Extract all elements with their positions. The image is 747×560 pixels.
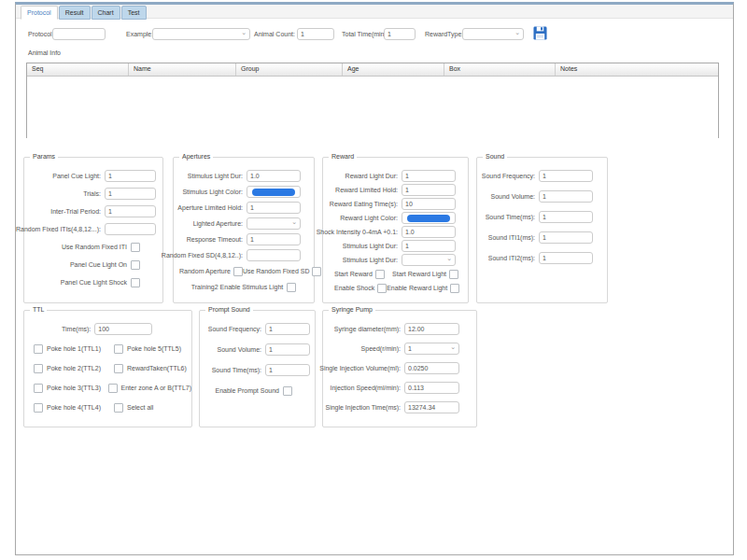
checkbox-pair: Random Aperture [179,267,243,276]
time-ms-input[interactable] [94,323,152,335]
form-row: Lighted Aperture:⌄ [174,217,314,230]
sound-time-ms-input[interactable] [539,211,593,223]
checkbox-cell: Poke hole 3(TTL3) [34,384,108,393]
poke-hole-3-ttl3-checkbox[interactable] [34,384,43,393]
stimulus-light-color-button[interactable] [247,186,301,198]
sound-iti2-ms-input[interactable] [539,252,593,264]
syringe-diameter-mm-input[interactable] [404,323,459,335]
reward-type-select[interactable]: ⌄ [462,28,524,40]
checkbox-cell: Poke hole 2(TTL2) [34,364,114,373]
stimulus-light-dur-input[interactable] [247,170,301,182]
shock-intensity-0-4ma-0-1-label: Shock Intensity 0-4mA +0.1: [317,229,398,235]
animal-info-table: SeqNameGroupAgeBoxNotes [26,63,719,138]
sound-iti1-ms-input[interactable] [539,231,593,244]
speed-r-min-select[interactable]: 1⌄ [404,343,459,355]
use-random-fixed-sd-checkbox[interactable] [312,267,321,276]
tab-result[interactable]: Result [59,6,91,20]
aperture-limited-hold-input[interactable] [247,202,301,214]
panel-cue-light-on-checkbox[interactable] [131,260,140,270]
form-row: Reward Limited Hold: [323,184,468,196]
animal-info-table-body[interactable] [27,77,718,138]
sound-volume-input[interactable] [265,343,310,356]
animal-info-table-header: SeqNameGroupAgeBoxNotes [27,63,718,77]
injection-speed-ml-min-input[interactable] [404,382,459,394]
animal-count-input[interactable] [297,28,334,40]
shock-intensity-0-4ma-0-1-input[interactable] [402,226,456,238]
form-row: Random Fixed ITIs(4,8,12...): [24,223,162,235]
panel-cue-light-shock-checkbox[interactable] [131,278,140,287]
random-fixed-itis-4-8-12-input[interactable] [105,223,156,235]
inter-trial-period-input[interactable] [105,205,156,217]
reward-group: RewardReward Light Dur:Reward Limited Ho… [322,157,469,303]
enable-shock-checkbox[interactable] [377,284,387,293]
form-row: Stimulus Light Dur: [323,240,468,252]
form-row: Enable Prompt Sound [200,385,315,397]
poke-hole-4-ttl4-checkbox[interactable] [34,403,43,413]
trials-label: Trials: [83,190,101,197]
enter-zone-a-or-b-ttl7-checkbox[interactable] [108,384,118,393]
random-fixed-sd-4-8-12-label: Random Fixed SD(4,8,12..): [162,252,243,259]
sound-volume-input[interactable] [539,190,593,203]
enable-reward-light-checkbox[interactable] [450,284,459,293]
random-fixed-sd-4-8-12-input[interactable] [247,249,301,261]
panel-cue-light-label: Panel Cue Light: [52,173,101,179]
reward-eating-time-s-input[interactable] [402,198,456,210]
random-aperture-checkbox[interactable] [233,267,243,276]
tab-test[interactable]: Test [121,6,147,20]
total-time-input[interactable] [384,28,416,40]
lighted-aperture-select[interactable]: ⌄ [247,217,301,230]
save-button[interactable] [532,26,547,41]
select-all-checkbox[interactable] [114,403,123,413]
single-injection-volume-ml-input[interactable] [404,362,459,374]
chevron-down-icon: ⌄ [446,255,452,261]
sound-time-ms-input[interactable] [265,364,310,376]
form-row: Time(ms): [24,323,191,335]
form-row: Inter-Trial Period: [24,205,162,217]
training2-enable-stimulus-light-checkbox[interactable] [287,283,296,292]
form-row: Sound Volume: [477,190,607,203]
panel-cue-light-input[interactable] [105,170,156,182]
sound-frequency-input[interactable] [265,323,310,335]
response-timeout-input[interactable] [247,233,301,245]
single-injection-time-ms-input[interactable] [404,401,459,413]
form-row: Stimulus Light Dur:⌄ [323,254,468,266]
form-row: Trials: [24,188,162,200]
stimulus-light-color-label: Stimulus Light Color: [182,189,243,195]
poke-hole-1-ttl1-checkbox[interactable] [34,344,43,354]
checkbox-cell: Enter zone A or B(TTL7) [108,384,191,393]
reward-light-dur-input[interactable] [402,170,456,182]
start-reward-checkbox[interactable] [375,270,385,279]
start-reward-light-checkbox[interactable] [449,270,458,279]
trials-input[interactable] [105,188,156,200]
sound-volume-label: Sound Volume: [218,346,261,353]
reward-light-color-button[interactable] [402,212,456,224]
stimulus-light-dur-select[interactable]: ⌄ [402,254,456,266]
poke-hole-2-ttl2-checkbox[interactable] [34,364,43,373]
start-reward-label: Start Reward [334,271,373,277]
checkbox-cell: Poke hole 5(TTL5) [114,344,181,354]
start-reward-light-label: Start Reward Light [392,271,446,277]
aperture-limited-hold-label: Aperture Limited Hold: [177,204,243,211]
protocol-input[interactable] [52,28,106,40]
rewardtaken-ttl6-checkbox[interactable] [114,364,123,373]
form-row: Poke hole 4(TTL4)Select all [24,401,191,413]
form-row: Sound Frequency: [477,170,607,182]
stimulus-light-dur-input[interactable] [402,240,456,252]
enable-prompt-sound-checkbox[interactable] [283,386,292,396]
checkbox-pair: Start Reward [334,270,385,279]
use-random-fixed-iti-checkbox[interactable] [131,243,140,252]
reward-light-color-label: Reward Light Color: [340,215,398,221]
enable-shock-label: Enable Shock [334,285,374,291]
tab-protocol[interactable]: Protocol [21,6,58,20]
sound-frequency-input[interactable] [539,170,593,182]
color-swatch [252,189,295,196]
selected-value: 1 [408,345,412,352]
form-row: Panel Cue Light Shock [24,276,162,288]
poke-hole-5-ttl5-checkbox[interactable] [114,344,123,354]
example-select[interactable]: ⌄ [152,28,250,40]
reward-limited-hold-input[interactable] [402,184,456,196]
group-title: Sound [483,153,507,160]
random-aperture-label: Random Aperture [179,268,231,274]
sound-frequency-label: Sound Frequency: [482,173,535,179]
tab-chart[interactable]: Chart [92,6,120,20]
